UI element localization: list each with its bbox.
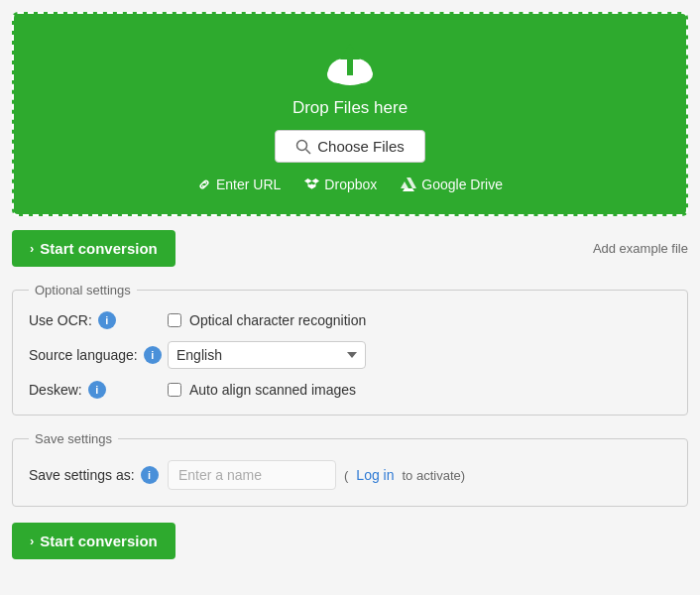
svg-point-1 [327,65,349,83]
source-links: Enter URL Dropbox Google Drive [34,177,666,192]
svg-marker-9 [308,183,312,189]
svg-marker-10 [312,183,316,189]
optional-settings-legend: Optional settings [29,283,137,298]
svg-point-4 [297,140,307,150]
google-drive-icon [401,178,416,191]
deskew-info-icon[interactable]: i [88,381,106,399]
source-language-control: English French German Spanish Italian Po… [168,341,366,369]
ocr-label: Use OCR: i [29,311,168,329]
ocr-control: Optical character recognition [168,312,366,328]
start-conversion-button-bottom[interactable]: › Start conversion [12,523,175,559]
search-icon [295,139,311,155]
deskew-description: Auto align scanned images [189,382,356,398]
chevron-right-icon: › [30,241,34,256]
save-as-control: (Log in to activate) [168,460,465,490]
link-icon [197,178,211,191]
svg-marker-7 [312,178,320,183]
svg-marker-11 [407,178,416,188]
svg-marker-6 [304,178,312,183]
choose-files-button[interactable]: Choose Files [275,130,425,163]
save-as-row: Save settings as: i (Log in to activate) [29,460,671,490]
source-language-info-icon[interactable]: i [144,346,162,364]
enter-url-link[interactable]: Enter URL [197,177,281,192]
source-language-select[interactable]: English French German Spanish Italian Po… [168,341,366,369]
deskew-control: Auto align scanned images [168,382,356,398]
svg-line-5 [306,149,311,154]
svg-marker-13 [403,188,414,191]
add-example-link[interactable]: Add example file [593,241,688,256]
login-link[interactable]: Log in [356,467,394,483]
dropbox-icon [304,178,319,191]
source-language-setting-row: Source language: i English French German… [29,341,671,369]
deskew-setting-row: Deskew: i Auto align scanned images [29,381,671,399]
drop-zone[interactable]: Drop Files here Choose Files Enter URL D… [12,12,688,216]
svg-point-2 [351,65,373,83]
dropbox-link[interactable]: Dropbox [304,177,377,192]
optional-settings-fieldset: Optional settings Use OCR: i Optical cha… [12,283,688,416]
login-text: ( [344,468,348,483]
start-conversion-button-top[interactable]: › Start conversion [12,230,175,267]
ocr-setting-row: Use OCR: i Optical character recognition [29,311,671,329]
action-bar-bottom: › Start conversion [12,523,688,559]
save-settings-fieldset: Save settings Save settings as: i (Log i… [12,431,688,507]
deskew-label: Deskew: i [29,381,168,399]
drop-text: Drop Files here [34,98,666,118]
save-settings-legend: Save settings [29,431,118,446]
svg-marker-12 [401,181,408,188]
save-name-input[interactable] [168,460,336,490]
ocr-info-icon[interactable]: i [98,311,116,329]
source-language-label: Source language: i [29,346,168,364]
ocr-checkbox[interactable] [168,313,181,327]
save-as-info-icon[interactable]: i [141,466,159,484]
deskew-checkbox[interactable] [168,383,181,397]
upload-icon [324,42,376,90]
login-suffix: to activate) [403,468,466,483]
chevron-right-icon-bottom: › [30,534,34,548]
action-bar-top: › Start conversion Add example file [12,230,688,267]
google-drive-link[interactable]: Google Drive [401,177,503,192]
save-as-label: Save settings as: i [29,466,168,484]
ocr-description: Optical character recognition [189,312,366,328]
